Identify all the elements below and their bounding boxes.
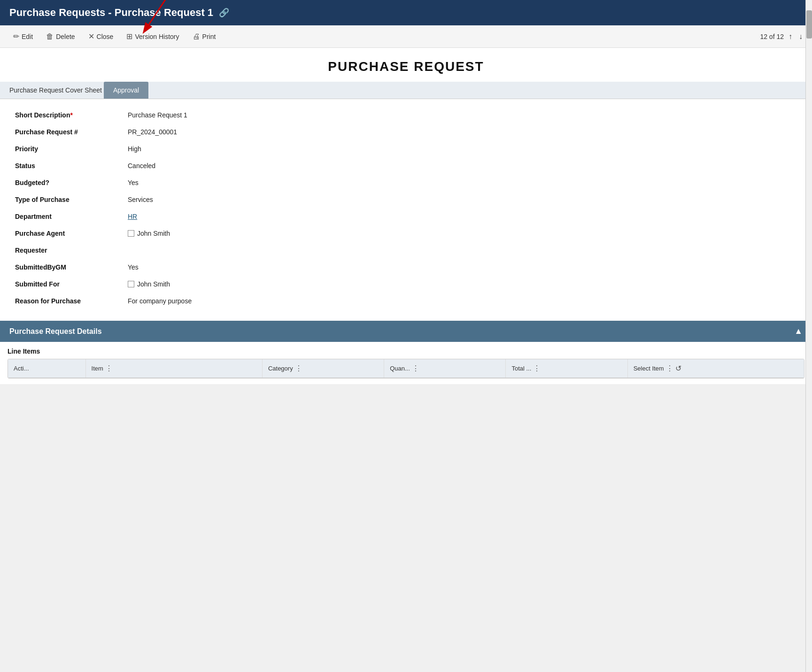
col-quantity-label: Quan...: [390, 365, 410, 372]
tabs-bar: Purchase Request Cover Sheet Approval: [0, 82, 812, 99]
pagination-text: 12 of 12: [760, 33, 784, 40]
delete-icon: 🗑: [46, 32, 54, 41]
edit-button[interactable]: ✏ Edit: [8, 29, 39, 44]
short-description-value: Purchase Request 1: [128, 110, 187, 119]
priority-row: Priority High: [15, 140, 797, 157]
short-description-row: Short Description* Purchase Request 1: [15, 107, 797, 124]
print-label: Print: [202, 33, 216, 40]
requester-row: Requester: [15, 242, 797, 259]
purchase-agent-row: Purchase Agent John Smith: [15, 225, 797, 242]
col-item-label: Item: [92, 365, 103, 372]
purchase-request-num-label: Purchase Request #: [15, 127, 128, 136]
pagination-down-button[interactable]: ↓: [797, 31, 804, 42]
short-description-label: Short Description*: [15, 110, 128, 119]
version-history-icon: ⊞: [126, 32, 132, 41]
table-header-row: Acti... Item ⋮ Category ⋮ Quan... ⋮ Tota…: [8, 359, 804, 378]
requester-label: Requester: [15, 246, 128, 254]
col-total: Total ... ⋮: [506, 359, 627, 378]
scrollbar-thumb[interactable]: [806, 10, 812, 39]
form-section: Short Description* Purchase Request 1 Pu…: [0, 99, 812, 313]
col-category-menu-icon[interactable]: ⋮: [295, 364, 302, 373]
app-title: Purchase Requests - Purchase Request 1: [9, 7, 213, 19]
submitted-for-value: John Smith: [128, 279, 170, 289]
link-icon: 🔗: [219, 8, 229, 18]
line-items-table: Acti... Item ⋮ Category ⋮ Quan... ⋮ Tota…: [8, 359, 804, 378]
line-items-section: Line Items Acti... Item ⋮ Category ⋮ Qua…: [0, 342, 812, 384]
delete-label: Delete: [56, 33, 75, 40]
department-label: Department: [15, 212, 128, 220]
close-label: Close: [97, 33, 114, 40]
toolbar: ✏ Edit 🗑 Delete ✕ Close ⊞ Version Histor…: [0, 25, 812, 48]
close-icon: ✕: [88, 32, 94, 41]
reason-for-purchase-label: Reason for Purchase: [15, 296, 128, 305]
page-title: PURCHASE REQUEST: [0, 48, 812, 82]
edit-label: Edit: [22, 33, 33, 40]
close-button[interactable]: ✕ Close: [83, 29, 119, 44]
purchase-agent-value: John Smith: [128, 229, 170, 238]
submitted-for-label: Submitted For: [15, 279, 128, 288]
pagination-up-button[interactable]: ↑: [787, 31, 794, 42]
version-history-label: Version History: [135, 33, 179, 40]
type-of-purchase-label: Type of Purchase: [15, 195, 128, 203]
details-section-title: Purchase Request Details: [9, 327, 102, 336]
col-select-menu-icon[interactable]: ⋮: [666, 364, 673, 373]
details-chevron-icon: ▲: [794, 326, 803, 336]
print-icon: 🖨: [193, 32, 200, 41]
line-items-label: Line Items: [8, 348, 804, 355]
budgeted-label: Budgeted?: [15, 178, 128, 186]
col-total-menu-icon[interactable]: ⋮: [533, 364, 541, 373]
budgeted-value: Yes: [128, 178, 139, 186]
col-select-item-label: Select Item: [634, 365, 664, 372]
purchase-request-num-value: PR_2024_00001: [128, 127, 177, 136]
refresh-button[interactable]: ↺: [675, 364, 681, 373]
budgeted-row: Budgeted? Yes: [15, 174, 797, 191]
col-actions-label: Acti...: [14, 365, 29, 372]
col-select-item: Select Item ⋮ ↺: [628, 359, 804, 378]
edit-icon: ✏: [13, 32, 19, 41]
version-history-wrapper: ⊞ Version History: [121, 29, 185, 44]
col-quantity-menu-icon[interactable]: ⋮: [412, 364, 419, 373]
purchase-agent-checkbox[interactable]: [128, 230, 134, 237]
submitted-for-checkbox[interactable]: [128, 281, 134, 287]
purchase-agent-label: Purchase Agent: [15, 229, 128, 237]
reason-for-purchase-value: For company purpose: [128, 296, 192, 305]
col-actions: Acti...: [8, 359, 86, 378]
type-of-purchase-row: Type of Purchase Services: [15, 191, 797, 208]
approval-tab[interactable]: Approval: [104, 82, 148, 99]
col-quantity: Quan... ⋮: [384, 359, 506, 378]
col-total-label: Total ...: [511, 365, 531, 372]
details-section-header[interactable]: Purchase Request Details ▲: [0, 321, 812, 342]
status-label: Status: [15, 161, 128, 170]
priority-label: Priority: [15, 144, 128, 153]
priority-value: High: [128, 144, 141, 153]
submitted-for-row: Submitted For John Smith: [15, 276, 797, 293]
type-of-purchase-value: Services: [128, 195, 153, 203]
app-header: Purchase Requests - Purchase Request 1 🔗: [0, 0, 812, 25]
cover-sheet-tab-label[interactable]: Purchase Request Cover Sheet: [8, 82, 104, 99]
main-content: PURCHASE REQUEST Purchase Request Cover …: [0, 48, 812, 384]
col-category: Category ⋮: [263, 359, 384, 378]
department-row: Department HR: [15, 208, 797, 225]
col-item: Item ⋮: [86, 359, 263, 378]
scrollbar-track[interactable]: [805, 0, 812, 384]
pagination: 12 of 12 ↑ ↓: [760, 31, 804, 42]
print-button[interactable]: 🖨 Print: [187, 30, 222, 44]
submitted-by-gm-label: SubmittedByGM: [15, 263, 128, 271]
reason-for-purchase-row: Reason for Purchase For company purpose: [15, 293, 797, 309]
department-value: HR: [128, 212, 137, 220]
version-history-button[interactable]: ⊞ Version History: [121, 29, 185, 44]
delete-button[interactable]: 🗑 Delete: [40, 30, 80, 44]
col-category-label: Category: [268, 365, 293, 372]
status-value: Canceled: [128, 161, 155, 170]
col-item-menu-icon[interactable]: ⋮: [105, 364, 113, 373]
submitted-by-gm-value: Yes: [128, 263, 139, 271]
purchase-request-num-row: Purchase Request # PR_2024_00001: [15, 124, 797, 140]
status-row: Status Canceled: [15, 157, 797, 174]
submitted-by-gm-row: SubmittedByGM Yes: [15, 259, 797, 276]
